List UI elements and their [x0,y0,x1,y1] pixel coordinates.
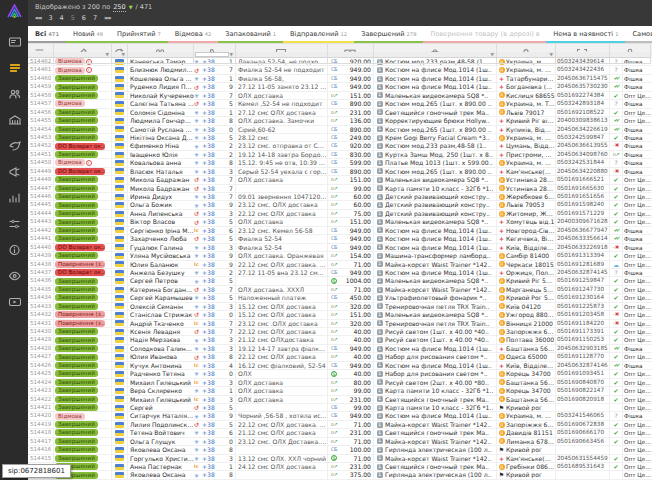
tracking-number[interactable]: 20450632874146 [556,362,610,369]
tracking-number[interactable]: 0503241546065 [556,412,610,419]
client-phone[interactable]: +38 [202,142,224,149]
first-page-button[interactable]: «« [35,14,41,22]
page-number-4[interactable]: 4 [60,14,64,22]
order-row[interactable]: 514450 Відмова! Ковальова анна ✳ +38 8 1… [28,159,652,167]
order-row[interactable]: 514415 Завершений Горгулько Христина.. ✳… [28,455,652,463]
client-phone[interactable]: +38 [202,277,224,284]
tracking-number[interactable]: 0501691666521 [556,176,610,183]
column-filter-comment[interactable] [236,52,328,58]
order-row[interactable]: 514448 Завершений Микола Бадражан ↺ +38 … [28,176,652,184]
offers-icon[interactable] [0,132,28,158]
client-phone[interactable]: +38 [202,227,224,234]
tracking-number[interactable]: 20450633226918 [556,244,610,251]
client-phone[interactable]: +38 [202,100,224,107]
order-row[interactable]: 514454 Завершений Самотій Руслана Во.. ✳… [28,126,652,134]
client-phone[interactable]: +38 [202,218,224,225]
column-filter-total[interactable] [328,52,374,58]
client-phone[interactable]: +38 [202,471,224,478]
client-phone[interactable]: +38 [202,134,224,141]
tracking-number[interactable]: 20450634220880 [556,168,610,175]
order-row[interactable]: 514416 Завершений Яковлева Оксана ✳ +38 … [28,446,652,454]
settings-sliders-icon[interactable] [0,210,28,236]
tab-9[interactable]: Самовивіз 2 [625,26,652,43]
order-row[interactable]: 514445 Завершений Ольга Божик ✳ +38 9 23… [28,201,652,209]
order-row[interactable]: 514442 Завершений Сергіюнко Іріна Ми.. l… [28,227,652,235]
tracking-number[interactable]: 0501691230164 [556,294,610,301]
order-row[interactable]: 514456 Завершений Соломія Сідоніна ✳ +38… [28,109,652,117]
video-tutorials-icon[interactable] [0,288,28,314]
order-row[interactable]: 514443 Завершений Віктор Власов ↺ +38 5 … [28,218,652,226]
order-row[interactable]: 514423 Завершений Вера Скляренко ✳ +38 1… [28,387,652,395]
tracking-number[interactable]: 20450633356614 [556,235,610,242]
order-row[interactable]: 514461 Відмова! Близнюк Людмила .. ↺ +38… [28,66,652,74]
client-phone[interactable]: +38 [202,345,224,352]
tab-7[interactable]: Повернення товару (в дорозі) 0 [423,26,546,43]
order-row[interactable]: 514426 Завершений Кучук Антонина lc +38 … [28,362,652,370]
client-phone[interactable]: +38 [202,328,224,335]
order-row[interactable]: 514422 Завершений Михаил Гилецький lc +3… [28,396,652,404]
company-icon[interactable] [0,106,28,132]
order-row[interactable]: 514447 Завершений Микола Бадражан ↺ +38 … [28,185,652,193]
order-row[interactable]: 514438 Повернення (з.. Юлия Баланюк lc +… [28,261,652,269]
order-row[interactable]: 514459 Завершений Руденко Лидия Пав.. ↺ … [28,83,652,91]
order-row[interactable]: 514418 Завершений Тетяна Войтович ✳ +38 … [28,429,652,437]
client-phone[interactable]: +38 [202,244,224,251]
order-row[interactable]: 514427 Завершений Юлия Иванова ↺ +38 8 2… [28,353,652,361]
client-phone[interactable]: +38 [202,66,224,73]
client-phone[interactable]: +38 [202,235,224,242]
tracking-number[interactable]: 20450631554459 [556,455,610,462]
client-phone[interactable]: +38 [202,336,224,343]
order-row[interactable]: 514436 Завершений Сергей Петров ✳ +38 5 … [28,277,652,285]
tracking-number[interactable]: 0501691259847 [556,277,610,284]
client-phone[interactable]: +38 [202,396,224,403]
order-row[interactable]: 514446 Завершений Ирина Дидух ✳ +38 7 09… [28,193,652,201]
client-phone[interactable]: +38 [202,463,224,470]
tracking-number[interactable]: 0501691313394 [556,252,610,259]
column-filter-product[interactable]: ▼ [374,52,497,58]
order-row[interactable]: 514444 Завершений Анна Липенська ↺ +38 3… [28,210,652,218]
tracking-number[interactable]: 0501691665630 [556,185,610,192]
client-phone[interactable]: +38 [202,75,224,82]
order-row[interactable]: 514425 Завершений Радченко Тетяна ✳ +38 … [28,370,652,378]
tracking-number[interactable]: 20450636715475 [556,75,610,82]
order-row[interactable]: 514437 DO Возврат ок.. Анжела Безушку ✳ … [28,269,652,277]
client-phone[interactable]: +38 [202,286,224,293]
client-phone[interactable]: +38 [202,151,224,158]
tracking-number[interactable]: 20450634098760 [556,151,610,158]
order-row[interactable]: 514413 Завершений Яковлева Оксана ✳ +38 … [28,471,652,479]
tracking-number[interactable]: 0503242893184 [556,100,610,107]
tracking-number[interactable]: 0501691247730 [556,286,610,293]
tracking-number[interactable]: 20450635730230 [556,83,610,90]
tracking-number[interactable]: 20400309838613 [556,117,610,124]
client-phone[interactable]: +38 [202,252,224,259]
client-phone[interactable]: +38 [202,362,224,369]
page-number-3[interactable]: 3 [48,14,52,22]
order-row[interactable]: 514457 Відмова Салєгіна Татьяна С.. ↺ +3… [28,100,652,108]
order-row[interactable]: 514458 Завершений Николай Кучеренко ✳ +3… [28,92,652,100]
client-phone[interactable]: +38 [202,379,224,386]
order-row[interactable]: 514439 Завершений Уляна Мусійовська ✳ +3… [28,252,652,260]
page-size-dropdown[interactable]: 250 [113,3,125,12]
order-row[interactable]: 514453 Завершений Нікітіна Оксана Дми.. … [28,134,652,142]
tracking-number[interactable]: 0501691203458 [556,311,610,318]
page-number-6[interactable]: 6 [82,14,86,22]
tracking-number[interactable]: 0503242531844 [556,159,610,166]
order-row[interactable]: 514428 Завершений Солодкова Галина В.. ✳… [28,345,652,353]
tab-3[interactable]: Відмова 42 [168,26,218,43]
tab-0[interactable]: Всі 471 [28,26,66,43]
tracking-number[interactable]: 0501691150253 [556,336,610,343]
tracking-number[interactable]: 0501691651656 [556,193,610,200]
order-row[interactable]: 514451 Завершений Іващенко Юлія ✳ +38 2 … [28,151,652,159]
client-phone[interactable]: +38 [202,429,224,436]
tracking-number[interactable] [556,446,610,453]
tracking-number[interactable]: 20450636677947 [556,227,610,234]
tracking-number[interactable]: 0501690840870 [556,379,610,386]
orders-list-icon[interactable] [0,54,28,80]
tracking-number[interactable]: 20450636613955 [556,142,610,149]
tracking-number[interactable]: 0503242599847 [556,134,610,141]
tracking-number[interactable]: 20450632903185 [556,345,610,352]
client-phone[interactable]: +38 [202,269,224,276]
tracking-number[interactable] [556,404,610,411]
order-row[interactable]: 514434 Завершений Сергей Карамышев ✳ +38… [28,294,652,302]
tracking-number[interactable]: 0501691571229 [556,210,610,217]
